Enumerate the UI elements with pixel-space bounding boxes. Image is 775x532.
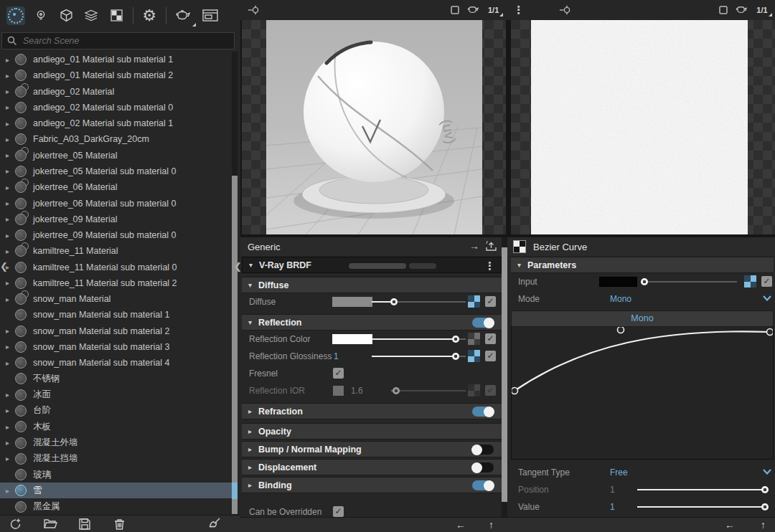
- input-checkbox[interactable]: ✓: [761, 276, 772, 287]
- material-list-item[interactable]: ▸andiego_01 Material sub material 2: [0, 67, 235, 83]
- ior-checkbox[interactable]: ✓: [485, 385, 496, 396]
- expand-arrow-icon[interactable]: ▸: [6, 103, 15, 111]
- ior-swatch[interactable]: [333, 386, 344, 396]
- preview-page-indicator[interactable]: 1/1: [756, 6, 771, 14]
- material-list-item[interactable]: ▸混凝土挡墙: [0, 451, 235, 467]
- value-value[interactable]: 1: [610, 502, 615, 512]
- glossiness-map-slot-icon[interactable]: [468, 350, 480, 362]
- material-list-item[interactable]: ▸andiego_02 Material sub material 1: [0, 115, 235, 131]
- textures-icon[interactable]: [107, 6, 126, 25]
- expand-arrow-icon[interactable]: ▸: [6, 56, 15, 64]
- collapse-icon[interactable]: ▾: [517, 261, 527, 269]
- save-icon[interactable]: [78, 518, 92, 531]
- material-list-item[interactable]: ▸jokertree_05 Material sub material 0: [0, 163, 235, 179]
- pin-icon[interactable]: [559, 4, 571, 16]
- refraction-toggle[interactable]: [472, 407, 494, 417]
- chevron-down-icon[interactable]: [763, 469, 771, 475]
- render-preview-teapot-icon[interactable]: [466, 5, 481, 15]
- back-icon[interactable]: ←: [725, 519, 735, 531]
- material-list-item[interactable]: ▸andiego_02 Material sub material 0: [0, 100, 235, 115]
- expand-icon[interactable]: ▸: [248, 427, 258, 435]
- input-slider[interactable]: [641, 281, 737, 282]
- material-list-item[interactable]: ▸混凝土外墙: [0, 434, 235, 450]
- expand-arrow-icon[interactable]: ▸: [6, 199, 15, 207]
- slider-thumb[interactable]: [390, 298, 398, 305]
- purge-unused-icon[interactable]: [207, 518, 222, 531]
- expand-arrow-icon[interactable]: ▸: [6, 167, 15, 175]
- diffuse-enable-checkbox[interactable]: ✓: [485, 296, 496, 307]
- render-teapot-icon[interactable]: [173, 6, 194, 25]
- material-list-item[interactable]: ▸kamiltree_11 Material sub material 0: [0, 259, 235, 275]
- expand-icon[interactable]: ▸: [248, 463, 258, 471]
- expand-arrow-icon[interactable]: ▸: [6, 439, 15, 447]
- expand-arrow-icon[interactable]: ▸: [6, 120, 15, 128]
- curve-point[interactable]: [512, 388, 518, 394]
- back-icon[interactable]: ←: [456, 519, 466, 531]
- value-slider[interactable]: [637, 506, 769, 508]
- opacity-section-header[interactable]: ▸ Opacity: [242, 423, 502, 440]
- expand-arrow-icon[interactable]: ▸: [6, 151, 15, 159]
- reflection-toggle[interactable]: [472, 318, 494, 328]
- override-checkbox[interactable]: ✓: [333, 506, 344, 517]
- glossiness-checkbox[interactable]: ✓: [485, 351, 496, 361]
- scrollbar-thumb[interactable]: [232, 176, 238, 514]
- render-window-icon[interactable]: [201, 6, 220, 25]
- pin-icon[interactable]: [248, 4, 260, 16]
- expand-arrow-icon[interactable]: ▸: [6, 232, 15, 239]
- bump-section-header[interactable]: ▸ Bump / Normal Mapping: [242, 441, 502, 457]
- expand-arrow-icon[interactable]: ▸: [6, 327, 15, 335]
- mode-value[interactable]: Mono: [610, 294, 631, 304]
- material-list-scrollbar[interactable]: [232, 52, 238, 515]
- material-list-item[interactable]: ▸台阶: [0, 403, 235, 419]
- material-list-item[interactable]: ▸snow_man Material sub material 2: [0, 323, 235, 339]
- material-list-item[interactable]: ▸jokertree_06 Material: [0, 179, 235, 195]
- ior-slider[interactable]: [391, 390, 466, 391]
- expand-arrow-icon[interactable]: ▸: [6, 407, 15, 414]
- save-to-library-icon[interactable]: [485, 240, 497, 252]
- expand-icon[interactable]: ▸: [248, 445, 258, 453]
- delete-icon[interactable]: [112, 518, 126, 531]
- slider-thumb[interactable]: [452, 353, 459, 360]
- expand-arrow-icon[interactable]: ▸: [6, 295, 15, 303]
- ior-map-slot-icon[interactable]: [468, 384, 480, 396]
- bezier-curve-editor[interactable]: [511, 327, 774, 460]
- material-list-item[interactable]: ▸kamiltree_11 Material sub material 2: [0, 275, 235, 291]
- expand-arrow-icon[interactable]: ▸: [6, 279, 15, 287]
- material-list-item[interactable]: ▸雪: [0, 483, 235, 498]
- geometry-icon[interactable]: [57, 6, 75, 25]
- brdf-rollout[interactable]: ▾ V-Ray BRDF ⋮: [242, 257, 502, 273]
- expand-arrow-icon[interactable]: ▸: [6, 247, 15, 255]
- float-preview-icon[interactable]: [719, 6, 728, 14]
- search-field[interactable]: [1, 32, 235, 49]
- materials-tab-icon[interactable]: [6, 6, 25, 25]
- material-list-item[interactable]: ▸冰面: [0, 387, 235, 403]
- search-input[interactable]: [22, 35, 218, 47]
- material-list-item[interactable]: ▸snow_man Material sub material 3: [0, 339, 235, 355]
- material-list-item[interactable]: ▸jokertree_06 Material sub material 0: [0, 195, 235, 211]
- reflection-section-header[interactable]: ▾ Reflection: [242, 314, 502, 331]
- expand-arrow-icon[interactable]: ▸: [6, 72, 15, 80]
- up-icon[interactable]: ↑: [489, 519, 494, 531]
- slider-thumb[interactable]: [641, 278, 648, 285]
- expand-arrow-icon[interactable]: ▸: [6, 343, 15, 351]
- expand-icon[interactable]: ▸: [248, 407, 258, 415]
- preview-page-indicator[interactable]: 1/1: [488, 6, 503, 14]
- lights-icon[interactable]: [32, 6, 50, 25]
- transfer-arrow-icon[interactable]: →: [469, 240, 479, 252]
- diffuse-map-slot-icon[interactable]: [468, 295, 480, 308]
- chevron-down-icon[interactable]: [763, 295, 771, 301]
- curve-point[interactable]: [767, 329, 774, 336]
- open-folder-icon[interactable]: [43, 518, 57, 531]
- expand-arrow-icon[interactable]: ▸: [6, 215, 15, 223]
- collapse-edge-handle[interactable]: ❮: [0, 261, 8, 272]
- parameters-section-header[interactable]: ▾ Parameters: [511, 257, 774, 273]
- slider-thumb[interactable]: [761, 503, 769, 510]
- layers-icon[interactable]: [82, 6, 100, 25]
- expand-arrow-icon[interactable]: ▸: [6, 359, 15, 367]
- expand-arrow-icon[interactable]: ▸: [6, 487, 15, 495]
- expand-arrow-icon[interactable]: ▸: [6, 87, 15, 95]
- material-list-item[interactable]: ▸snow_man Material: [0, 291, 235, 307]
- material-list-item[interactable]: ▸andiego_02 Material: [0, 84, 235, 100]
- drag-grip[interactable]: [349, 263, 406, 269]
- expand-arrow-icon[interactable]: ▸: [6, 455, 15, 462]
